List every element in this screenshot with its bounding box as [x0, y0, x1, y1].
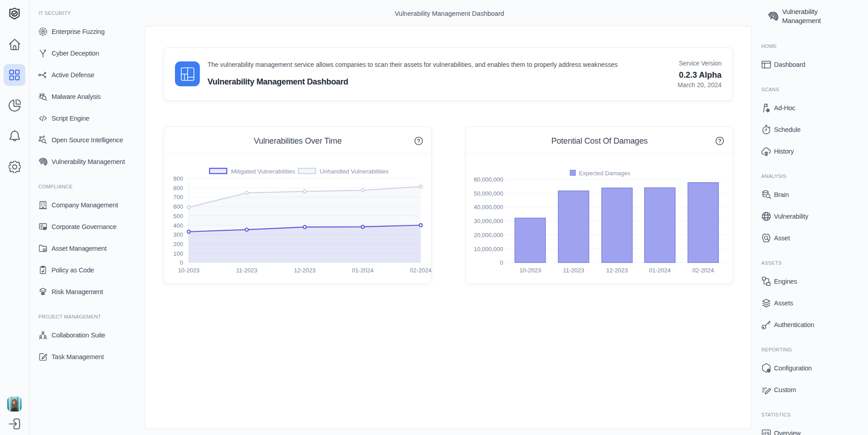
svg-text:40,000,000: 40,000,000 [474, 204, 503, 210]
svg-text:600: 600 [173, 203, 183, 210]
svg-text:Unhandled Vulnerabilities: Unhandled Vulnerabilities [320, 168, 389, 175]
svg-text:700: 700 [173, 194, 183, 201]
svg-text:10-2023: 10-2023 [519, 267, 541, 274]
svg-text:10-2023: 10-2023 [178, 267, 200, 274]
svg-text:200: 200 [173, 241, 183, 248]
svg-text:100: 100 [173, 250, 183, 257]
svg-text:300: 300 [173, 231, 183, 238]
svg-text:60,000,000: 60,000,000 [474, 176, 503, 183]
svg-text:11-2023: 11-2023 [236, 267, 257, 274]
svg-text:02-2024: 02-2024 [693, 267, 714, 274]
svg-text:Mitigated Vulnerabilities: Mitigated Vulnerabilities [231, 168, 295, 175]
svg-text:02-2024: 02-2024 [410, 267, 432, 274]
svg-text:30,000,000: 30,000,000 [474, 218, 503, 225]
svg-text:11-2023: 11-2023 [563, 267, 584, 274]
svg-text:800: 800 [173, 185, 183, 192]
svg-text:10,000,000: 10,000,000 [474, 246, 503, 253]
svg-text:500: 500 [173, 213, 183, 220]
svg-text:20,000,000: 20,000,000 [474, 232, 503, 239]
svg-text:900: 900 [173, 175, 183, 182]
svg-text:Expected Damages: Expected Damages [579, 170, 631, 177]
svg-text:0: 0 [180, 259, 183, 266]
svg-text:01-2024: 01-2024 [352, 267, 374, 274]
svg-text:50,000,000: 50,000,000 [474, 190, 503, 197]
svg-text:12-2023: 12-2023 [606, 267, 628, 274]
svg-text:12-2023: 12-2023 [294, 267, 316, 274]
svg-text:0: 0 [500, 259, 503, 266]
svg-text:01-2024: 01-2024 [649, 267, 671, 274]
svg-text:400: 400 [173, 222, 183, 229]
